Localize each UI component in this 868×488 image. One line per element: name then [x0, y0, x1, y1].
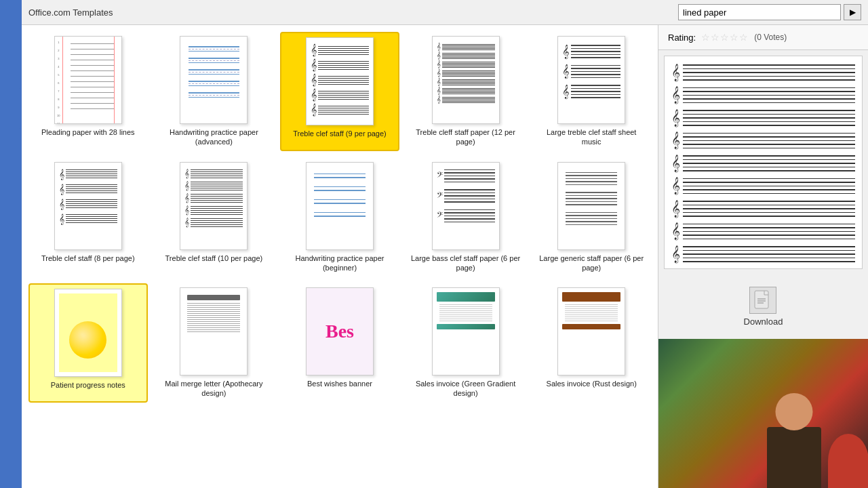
- template-mail-merge[interactable]: Mail merge letter (Apothecary design): [155, 283, 274, 403]
- templates-grid: 123 456 789 101112 13: [28, 32, 651, 403]
- main-content: Office.com Templates ▶ 123 456 789 10111…: [22, 0, 868, 488]
- download-label: Download: [744, 317, 783, 327]
- svg-rect-0: [755, 291, 768, 308]
- template-label-sales-invoice-rust: Sales invoice (Rust design): [547, 379, 637, 388]
- template-large-treble[interactable]: 𝄞 𝄞: [532, 32, 651, 151]
- template-sales-invoice-green[interactable]: Sales invoice (Green Gradient design): [406, 283, 526, 403]
- webcam-area: [658, 339, 868, 488]
- template-thumb-hw-beginner: [306, 162, 374, 250]
- template-best-wishes[interactable]: Bes Best wishes banner: [280, 283, 399, 403]
- template-treble-9[interactable]: 𝄞 𝄞: [280, 32, 399, 151]
- template-thumb-treble-9: 𝄞 𝄞: [306, 37, 374, 125]
- template-handwriting-beginner[interactable]: Handwriting practice paper (beginner): [280, 158, 399, 277]
- template-thumb-large-treble: 𝄞 𝄞: [557, 36, 625, 124]
- template-treble-8[interactable]: 𝄞 𝄞: [28, 158, 148, 277]
- template-thumb-treble-12: 𝄞 𝄞: [432, 36, 500, 124]
- search-button[interactable]: ▶: [844, 4, 861, 20]
- preview-section: 𝄞 𝄞: [664, 56, 863, 269]
- template-thumb-sales-invoice-green: [432, 287, 500, 375]
- content-area: 123 456 789 101112 13: [22, 25, 868, 488]
- template-label-patient-progress: Patient progress notes: [51, 380, 125, 390]
- download-section: Download: [658, 274, 868, 339]
- template-patient-progress[interactable]: Patient progress notes: [28, 283, 148, 403]
- rating-stars: ☆☆☆☆☆: [701, 32, 749, 43]
- template-thumb-treble-8: 𝄞 𝄞: [54, 162, 122, 250]
- download-icon: [749, 287, 776, 314]
- template-thumb-mail-merge: [180, 287, 248, 375]
- template-thumb-generic-staff: [557, 162, 625, 250]
- rating-section: Rating: ☆☆☆☆☆ (0 Votes): [658, 25, 868, 50]
- accent-tab: [0, 88, 22, 129]
- template-thumb-sales-invoice-rust: [557, 287, 625, 375]
- template-thumb-best-wishes: Bes: [306, 287, 374, 375]
- template-label-treble-8: Treble clef staff (8 per page): [41, 253, 135, 263]
- template-bass-clef[interactable]: 𝄢 𝄢: [406, 158, 526, 277]
- search-box: ▶: [678, 4, 861, 20]
- office-label: Office.com Templates: [28, 7, 113, 18]
- template-label-bass-clef: Large bass clef staff paper (6 per page): [410, 253, 521, 273]
- template-label-treble-10: Treble clef staff (10 per page): [165, 253, 263, 263]
- left-accent-bar: [0, 0, 22, 488]
- download-button[interactable]: Download: [730, 281, 797, 332]
- template-thumb-pleading: 123 456 789 101112 13: [54, 36, 122, 124]
- template-thumb-patient-progress: [54, 289, 122, 377]
- template-label-mail-merge: Mail merge letter (Apothecary design): [159, 379, 270, 399]
- templates-grid-area: 123 456 789 101112 13: [22, 25, 658, 488]
- template-treble-12[interactable]: 𝄞 𝄞: [406, 32, 526, 151]
- template-label-hw-beginner: Handwriting practice paper (beginner): [284, 253, 395, 273]
- pleading-numbers: 123 456 789 101112 13: [55, 37, 63, 123]
- template-thumb-hw-advanced: [180, 36, 248, 124]
- template-label-large-treble: Large treble clef staff sheet music: [536, 127, 647, 147]
- template-label-hw-advanced: Handwriting practice paper (advanced): [159, 127, 270, 147]
- template-label-treble-12: Treble cleff staff paper (12 per page): [410, 127, 521, 147]
- rating-votes: (0 Votes): [754, 33, 787, 42]
- template-label-pleading-28: Pleading paper with 28 lines: [41, 127, 135, 137]
- rating-label: Rating:: [668, 33, 696, 43]
- template-label-treble-9: Treble clef staff (9 per page): [293, 129, 387, 138]
- template-thumb-treble-10: 𝄞 𝄞: [180, 162, 248, 250]
- template-sales-invoice-rust[interactable]: Sales invoice (Rust design): [532, 283, 651, 403]
- template-label-sales-invoice-green: Sales invoice (Green Gradient design): [410, 379, 521, 399]
- search-input[interactable]: [678, 4, 841, 20]
- template-thumb-bass-clef: 𝄢 𝄢: [432, 162, 500, 250]
- template-label-best-wishes: Best wishes banner: [307, 379, 372, 388]
- template-treble-10[interactable]: 𝄞 𝄞: [155, 158, 274, 277]
- right-panel: Rating: ☆☆☆☆☆ (0 Votes) 𝄞: [658, 25, 868, 488]
- template-label-generic-staff: Large generic staff paper (6 per page): [536, 253, 647, 273]
- template-pleading-28[interactable]: 123 456 789 101112 13: [28, 32, 148, 151]
- download-file-icon: [754, 290, 772, 310]
- template-handwriting-advanced[interactable]: Handwriting practice paper (advanced): [155, 32, 274, 151]
- rating-row: Rating: ☆☆☆☆☆ (0 Votes): [668, 32, 859, 43]
- header-bar: Office.com Templates ▶: [22, 0, 868, 25]
- template-generic-staff[interactable]: Large generic staff paper (6 per page): [532, 158, 651, 277]
